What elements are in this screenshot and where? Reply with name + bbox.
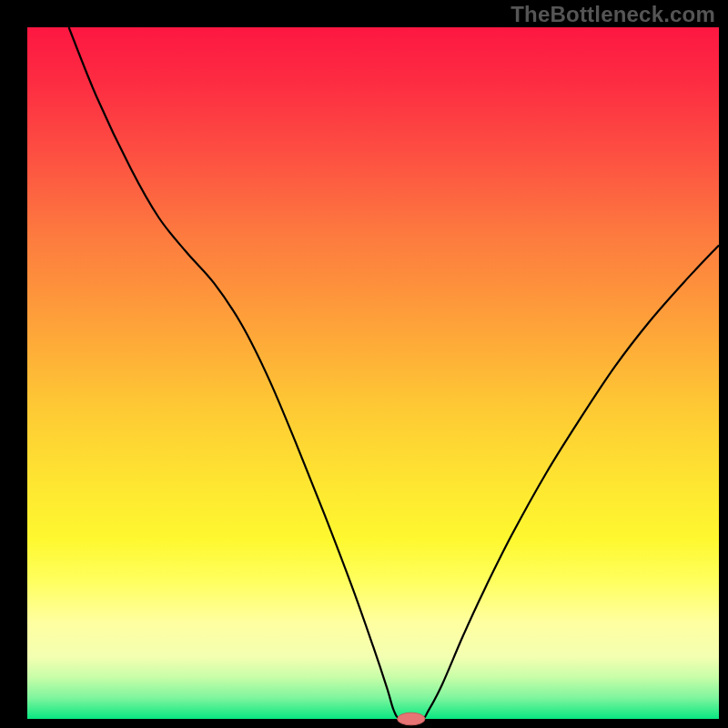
optimal-point-marker xyxy=(398,713,425,725)
plot-background xyxy=(27,27,719,719)
bottleneck-chart xyxy=(0,0,728,728)
chart-frame: { "watermark": "TheBottleneck.com", "col… xyxy=(0,0,728,728)
watermark-text: TheBottleneck.com xyxy=(511,2,715,27)
